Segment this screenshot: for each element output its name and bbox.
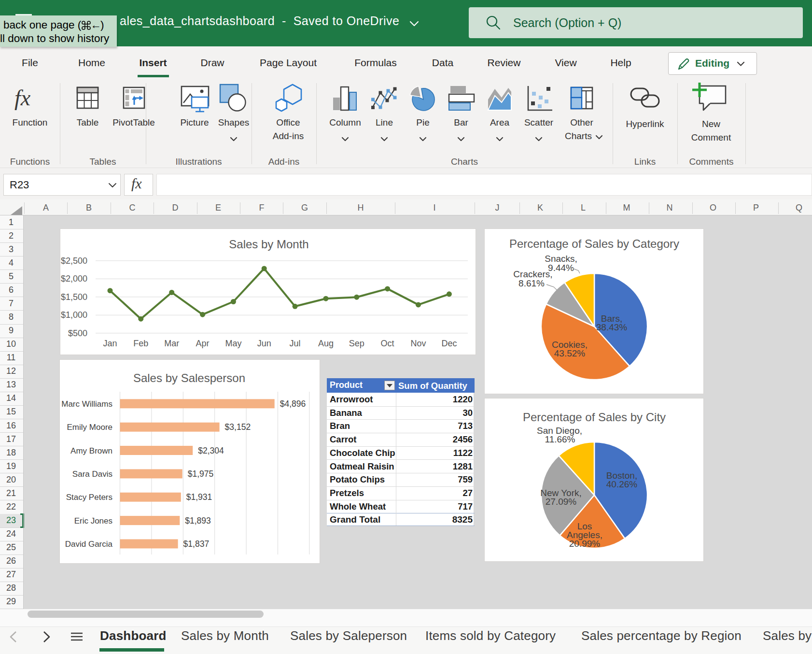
svg-text:Apr: Apr [196, 339, 210, 348]
svg-text:Sales by Salesperson: Sales by Salesperson [133, 371, 245, 384]
svg-text:$1,000: $1,000 [61, 310, 87, 320]
svg-text:Sep: Sep [349, 339, 364, 348]
svg-text:40.26%: 40.26% [606, 479, 638, 489]
svg-text:Jun: Jun [257, 339, 271, 348]
svg-text:Stacy Peters: Stacy Peters [66, 493, 112, 502]
svg-text:$2,000: $2,000 [61, 274, 87, 284]
svg-text:Jul: Jul [290, 339, 301, 348]
svg-text:38.43%: 38.43% [596, 322, 628, 332]
svg-text:David Garcia: David Garcia [65, 540, 113, 549]
svg-text:$1,500: $1,500 [61, 292, 87, 302]
svg-text:Percentage of Sales by City: Percentage of Sales by City [523, 411, 666, 424]
svg-text:20.99%: 20.99% [569, 539, 601, 549]
svg-text:Eric Jones: Eric Jones [74, 516, 112, 526]
svg-text:Jan: Jan [103, 339, 117, 348]
svg-text:8.61%: 8.61% [518, 278, 545, 288]
svg-text:$1,931: $1,931 [186, 492, 212, 502]
svg-text:27.09%: 27.09% [546, 497, 577, 507]
svg-text:11.66%: 11.66% [545, 434, 575, 444]
svg-text:$4,896: $4,896 [280, 399, 306, 409]
svg-text:Aug: Aug [318, 339, 334, 348]
svg-text:$3,152: $3,152 [225, 422, 251, 432]
svg-text:$2,304: $2,304 [198, 446, 224, 455]
svg-text:$1,837: $1,837 [183, 539, 210, 549]
svg-text:$2,500: $2,500 [61, 256, 87, 266]
svg-text:Feb: Feb [133, 339, 148, 348]
svg-text:Percentage of Sales by Categor: Percentage of Sales by Category [509, 237, 679, 250]
svg-text:$500: $500 [68, 328, 87, 338]
svg-text:Marc Williams: Marc Williams [61, 399, 112, 409]
svg-text:May: May [225, 339, 241, 348]
svg-text:Amy Brown: Amy Brown [70, 446, 112, 455]
svg-text:Mar: Mar [164, 339, 179, 348]
svg-text:43.52%: 43.52% [554, 348, 586, 358]
svg-text:$1,893: $1,893 [185, 516, 211, 526]
svg-text:Emily Moore: Emily Moore [67, 423, 112, 432]
svg-text:Sales by Month: Sales by Month [229, 238, 308, 251]
svg-text:Dec: Dec [441, 339, 457, 348]
svg-text:Snacks,: Snacks, [545, 254, 577, 264]
svg-text:Sara Davis: Sara Davis [72, 469, 112, 479]
svg-text:Crackers,: Crackers, [513, 269, 552, 279]
svg-text:$1,975: $1,975 [188, 469, 214, 479]
svg-text:9.44%: 9.44% [548, 263, 574, 273]
svg-text:Oct: Oct [381, 339, 394, 348]
svg-text:Nov: Nov [410, 339, 426, 348]
